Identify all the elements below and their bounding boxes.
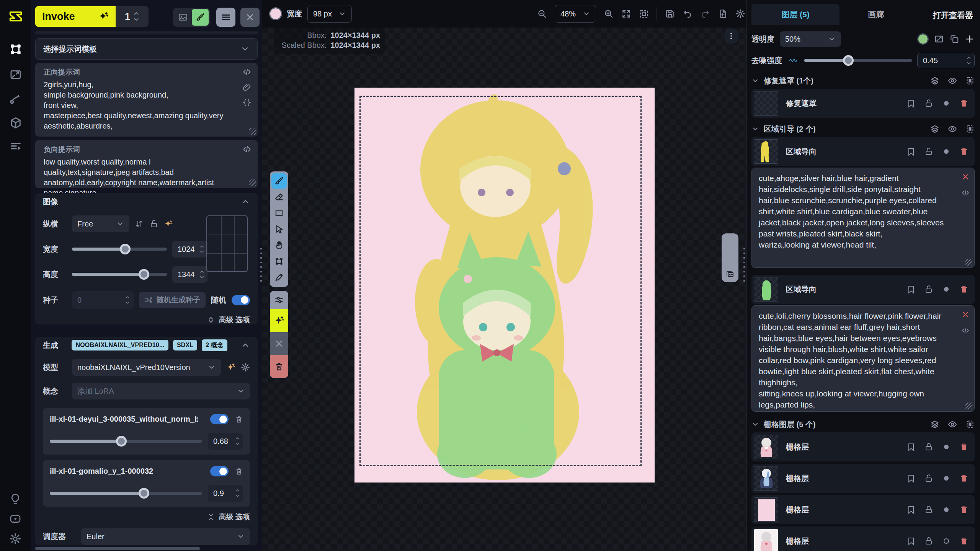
model-select[interactable]: noobaiXLNAIXL_vPred10Version <box>72 359 221 376</box>
zoom-in-icon[interactable] <box>604 9 614 19</box>
panel-resize-handle[interactable] <box>743 246 746 282</box>
merge-layers-icon[interactable] <box>930 76 939 85</box>
lock-icon[interactable] <box>924 505 933 514</box>
random-seed-toggle[interactable] <box>232 295 250 305</box>
add-layer-icon[interactable] <box>965 34 975 44</box>
enabled-dot-icon[interactable] <box>942 474 951 483</box>
fit-layer-icon[interactable] <box>934 34 944 44</box>
model-sparkle-icon[interactable] <box>226 363 235 372</box>
crop-to-bbox-icon[interactable] <box>965 124 975 134</box>
layer-row[interactable]: 栅格层 <box>751 495 975 524</box>
lock-icon[interactable] <box>924 285 933 294</box>
canvas-area[interactable]: 宽度 98 px 48% <box>262 0 746 551</box>
filter-tool-icon[interactable] <box>270 291 288 309</box>
fit-to-view-icon[interactable] <box>621 9 631 19</box>
randomize-seed-button[interactable]: 随机生成种子 <box>139 292 206 308</box>
resize-grip[interactable] <box>965 403 972 409</box>
staging-area-handle[interactable] <box>722 233 738 282</box>
denoise-input[interactable]: 0.45 <box>917 53 975 68</box>
enabled-dot-icon[interactable] <box>942 147 951 156</box>
delete-layer-icon[interactable] <box>959 99 969 108</box>
width-slider[interactable] <box>72 248 167 251</box>
lora-weight-input[interactable]: 0.68 <box>208 433 243 450</box>
code-view-icon[interactable] <box>242 67 252 77</box>
height-input[interactable]: 1344 <box>172 266 207 283</box>
regional-prompt-textarea[interactable]: cute,loli,cherry blossoms,hair flower,pi… <box>759 310 949 410</box>
eraser-tool-icon[interactable] <box>271 189 287 205</box>
pin-bookmark-icon[interactable] <box>906 505 916 514</box>
view-mode-image-icon[interactable] <box>175 9 191 26</box>
merge-layers-icon[interactable] <box>930 420 939 429</box>
lock-icon[interactable] <box>924 536 933 546</box>
layer-row[interactable]: 栅格层 <box>751 464 975 493</box>
lora-weight-knob[interactable] <box>139 488 149 499</box>
lock-aspect-icon[interactable] <box>149 219 158 228</box>
resize-grip[interactable] <box>249 179 256 186</box>
layer-row[interactable]: 区域导向 <box>751 137 975 166</box>
aspect-ratio-select[interactable]: Free <box>72 215 129 232</box>
raster-group-header[interactable]: 栅格图层 (5 个) <box>751 419 975 430</box>
panel-resize-handle[interactable] <box>260 246 263 282</box>
visibility-eye-icon[interactable] <box>948 420 957 429</box>
width-slider-knob[interactable] <box>120 244 131 254</box>
layer-row[interactable]: 栅格层 <box>751 432 975 461</box>
delete-layer-icon[interactable] <box>959 505 969 514</box>
collapse-advanced-icon[interactable] <box>207 513 215 521</box>
generation-bbox[interactable] <box>359 96 642 466</box>
tab-gallery[interactable]: 画廊 <box>847 4 905 25</box>
settings-gear-icon[interactable] <box>9 533 22 546</box>
delete-layer-icon[interactable] <box>959 285 969 294</box>
pin-bookmark-icon[interactable] <box>906 99 916 108</box>
swap-dimensions-icon[interactable] <box>135 219 144 228</box>
denoise-slider-knob[interactable] <box>843 55 854 66</box>
remove-prompt-icon[interactable] <box>961 173 970 181</box>
fit-bbox-icon[interactable] <box>639 9 649 19</box>
optimize-size-sparkle-icon[interactable] <box>164 219 173 228</box>
nav-gallery-icon[interactable] <box>9 68 22 81</box>
lora-weight-slider[interactable] <box>50 492 202 495</box>
add-lora-select[interactable]: 添加 LoRA <box>72 383 250 399</box>
height-slider-knob[interactable] <box>139 269 149 280</box>
denoise-slider[interactable] <box>804 59 912 62</box>
select-tool-icon[interactable] <box>271 222 287 237</box>
lock-icon[interactable] <box>924 474 933 483</box>
expand-advanced-icon[interactable] <box>207 316 215 324</box>
advanced-options-label[interactable]: 高级 选项 <box>219 512 250 522</box>
new-session-icon[interactable] <box>718 9 728 19</box>
crop-to-bbox-icon[interactable] <box>965 420 975 429</box>
zoom-out-icon[interactable] <box>537 9 547 19</box>
width-input[interactable]: 1024 <box>172 241 207 258</box>
opacity-select[interactable]: 50% <box>780 31 841 47</box>
denoise-stepper-icons[interactable] <box>966 56 971 65</box>
positive-prompt-textarea[interactable]: 2girls,yuri,hug, simple background,pink … <box>44 80 229 131</box>
lora-delete-icon[interactable] <box>235 467 243 476</box>
invoke-button[interactable]: Invoke <box>35 6 116 27</box>
rect-tool-icon[interactable] <box>271 205 287 221</box>
panel-close-button[interactable] <box>240 8 260 27</box>
pin-bookmark-icon[interactable] <box>906 285 916 294</box>
iterations-decrement-icon[interactable] <box>133 18 139 21</box>
delete-layer-icon[interactable] <box>959 474 969 483</box>
layer-row[interactable]: 区域导向 <box>751 275 975 304</box>
nav-workflows-icon[interactable] <box>9 93 22 106</box>
cancel-tool-icon[interactable] <box>270 332 288 355</box>
visibility-eye-icon[interactable] <box>948 76 957 85</box>
regional-prompt-textarea[interactable]: cute,ahoge,silver hair,blue hair,gradien… <box>759 173 949 250</box>
width-stepper-icons[interactable] <box>199 245 204 253</box>
scheduler-select[interactable]: Euler <box>81 528 250 545</box>
layer-row[interactable]: 栅格层 <box>751 527 975 551</box>
resize-grip[interactable] <box>965 259 972 266</box>
tab-layers[interactable]: 图层 (5) <box>751 4 840 25</box>
enabled-dot-icon[interactable] <box>942 505 951 514</box>
layer-row[interactable]: 修复遮罩 <box>751 89 975 118</box>
merge-layers-icon[interactable] <box>930 124 939 134</box>
regional-group-header[interactable]: 区域引导 (2 个) <box>751 123 975 135</box>
video-tutorials-icon[interactable] <box>9 513 22 526</box>
delete-tool-icon[interactable] <box>270 355 288 378</box>
eyedropper-tool-icon[interactable] <box>271 270 287 285</box>
panel-menu-button[interactable] <box>216 8 235 27</box>
zoom-level-select[interactable]: 48% <box>555 5 596 23</box>
code-view-icon[interactable] <box>961 189 970 197</box>
open-viewer-button[interactable]: 打开查看器 <box>933 10 973 21</box>
enabled-dot-icon[interactable] <box>942 536 951 546</box>
